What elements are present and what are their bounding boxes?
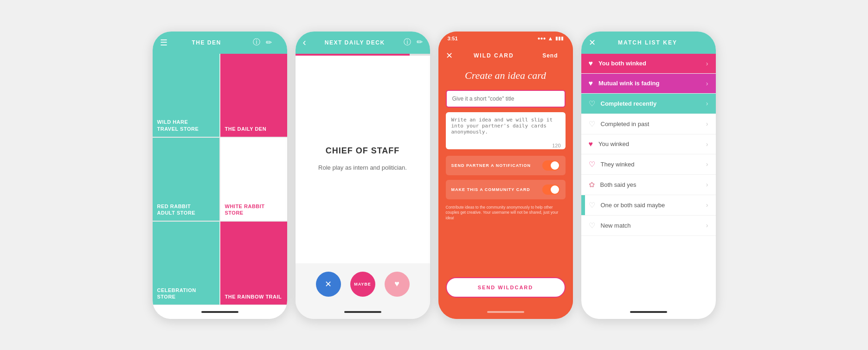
wildcard-close-icon[interactable]: ✕ — [446, 51, 453, 61]
daily-den-label: THE DAILY DEN — [225, 126, 267, 132]
match-label-both-yes: Both said yes — [600, 181, 701, 188]
wifi-icon: ▲ — [548, 35, 553, 42]
match-label-completed-recently: Completed recently — [601, 100, 701, 107]
grid-rainbow[interactable]: THE RAINBOW TRAIL — [220, 222, 287, 305]
den-header: ☰ THE DEN ⓘ ✏ — [153, 32, 287, 54]
info-icon[interactable]: ⓘ — [253, 38, 260, 47]
chevron-1: › — [706, 60, 708, 67]
rainbow-label: THE RAINBOW TRAIL — [225, 293, 282, 300]
chevron-8: › — [706, 201, 708, 209]
grid-red-rabbit[interactable]: RED RABBIT ADULT STORE — [153, 138, 219, 221]
toggle-knob-2 — [551, 185, 559, 194]
chevron-4: › — [706, 120, 708, 127]
wildcard-body-input[interactable] — [446, 112, 566, 149]
match-item-completed-recently[interactable]: ♡ Completed recently › — [581, 94, 716, 114]
community-card-row: MAKE THIS A COMMUNITY CARD — [446, 180, 566, 199]
match-item-maybe[interactable]: ♡ One or both said maybe › — [581, 195, 716, 216]
match-item-completed-past[interactable]: ♡ Completed in past › — [581, 114, 716, 134]
community-card-label: MAKE THIS A COMMUNITY CARD — [451, 187, 530, 192]
wildcard-send-header-btn[interactable]: Send — [535, 45, 565, 66]
wildcard-title-input[interactable] — [446, 90, 566, 108]
reject-button[interactable]: ✕ — [316, 272, 341, 297]
phone-wildcard: 3:51 ●●● ▲ ▮▮▮ ✕ WILD CARD Send Create a… — [438, 32, 573, 319]
store-grid: WILD HARE TRAVEL STORE THE DAILY DEN RED… — [153, 54, 287, 305]
wildcard-bottom-bar — [438, 305, 573, 319]
card-body: Role play as intern and politician. — [318, 163, 407, 172]
red-rabbit-label: RED RABBIT ADULT STORE — [157, 203, 196, 216]
match-label-you-winked: You winked — [598, 140, 701, 147]
chevron-9: › — [706, 222, 708, 229]
chevron-7: › — [706, 181, 708, 188]
phone-match-list: ✕ MATCH LIST KEY ♥ You both winked › ♥ M… — [581, 32, 716, 319]
send-notification-label: SEND PARTNER A NOTIFICATION — [451, 163, 531, 168]
wildcard-heading: Create an idea card — [446, 66, 566, 85]
wildcard-header: ✕ WILD CARD Send — [438, 45, 573, 66]
deck-bottom-bar — [296, 305, 430, 319]
phone-daily-deck: ‹ NEXT DAILY DECK ⓘ ✏ CHIEF OF STAFF Rol… — [296, 32, 430, 319]
wild-hare-label: WILD HARE TRAVEL STORE — [157, 119, 199, 132]
match-heart-icon-4: ♡ — [589, 120, 595, 128]
celebration-label: CELEBRATION STORE — [157, 287, 215, 300]
grid-daily-den[interactable]: THE DAILY DEN — [220, 54, 287, 137]
match-label-mutual-fading: Mutual wink is fading — [598, 80, 701, 87]
grid-celebration[interactable]: CELEBRATION STORE — [153, 222, 219, 305]
send-wildcard-button[interactable]: SEND WILDCARD — [446, 277, 566, 298]
grid-wild-hare[interactable]: WILD HARE TRAVEL STORE — [153, 54, 219, 137]
match-label-new-match: New match — [601, 222, 701, 229]
match-list-bottom-bar — [581, 305, 716, 319]
chevron-2: › — [706, 80, 708, 87]
match-heart-icon-8: ♡ — [589, 201, 595, 210]
status-time: 3:51 — [448, 36, 458, 41]
wildcard-status-bar: 3:51 ●●● ▲ ▮▮▮ — [438, 32, 573, 45]
menu-icon[interactable]: ☰ — [160, 38, 167, 48]
match-item-new-match[interactable]: ♡ New match › — [581, 216, 716, 236]
match-heart-icon-1: ♥ — [589, 59, 593, 68]
card-title: CHIEF OF STAFF — [326, 146, 400, 156]
match-heart-icon-6: ♡ — [589, 160, 595, 169]
match-item-both-yes[interactable]: ✿ Both said yes › — [581, 175, 716, 195]
grid-white-rabbit[interactable]: WHITE RABBIT STORE — [220, 138, 287, 221]
edit-icon[interactable]: ✏ — [266, 38, 272, 47]
battery-icon: ▮▮▮ — [555, 36, 564, 41]
home-bar-4 — [630, 311, 667, 313]
wildcard-title: WILD CARD — [474, 52, 514, 59]
chevron-5: › — [706, 140, 708, 148]
match-icon-7: ✿ — [589, 180, 595, 189]
status-icons: ●●● ▲ ▮▮▮ — [537, 35, 563, 42]
match-item-you-both-winked[interactable]: ♥ You both winked › — [581, 54, 716, 74]
white-rabbit-label: WHITE RABBIT STORE — [225, 203, 283, 216]
deck-header: ‹ NEXT DAILY DECK ⓘ ✏ — [296, 32, 430, 54]
match-heart-icon-9: ♡ — [589, 221, 595, 230]
match-label-they-winked: They winked — [601, 161, 701, 168]
match-heart-icon-2: ♥ — [589, 79, 593, 88]
community-card-toggle[interactable] — [542, 185, 560, 195]
match-heart-icon-5: ♥ — [589, 140, 593, 148]
match-item-they-winked[interactable]: ♡ They winked › — [581, 154, 716, 175]
den-bottom-bar — [153, 305, 287, 319]
wildcard-content: Create an idea card 120 SEND PARTNER A N… — [438, 66, 573, 305]
den-title: THE DEN — [184, 32, 228, 54]
deck-info-icon[interactable]: ⓘ — [404, 38, 411, 47]
match-heart-icon-3: ♡ — [589, 99, 595, 108]
maybe-button[interactable]: MAYBE — [350, 272, 375, 297]
match-item-you-winked[interactable]: ♥ You winked › — [581, 134, 716, 154]
deck-footer: ✕ MAYBE ♥ — [296, 263, 430, 305]
match-list-header: ✕ MATCH LIST KEY — [581, 32, 716, 54]
deck-header-icons: ⓘ ✏ — [404, 38, 423, 47]
chevron-6: › — [706, 160, 708, 168]
teal-left-marker — [581, 195, 585, 215]
match-list-title: MATCH LIST KEY — [618, 39, 677, 46]
chevron-3: › — [706, 100, 708, 107]
char-count: 120 — [552, 143, 560, 148]
like-button[interactable]: ♥ — [385, 272, 410, 297]
deck-edit-icon[interactable]: ✏ — [417, 38, 423, 47]
match-label-you-both-winked: You both winked — [598, 60, 701, 67]
match-list-items: ♥ You both winked › ♥ Mutual wink is fad… — [581, 54, 716, 305]
deck-card: CHIEF OF STAFF Role play as intern and p… — [296, 56, 430, 263]
back-icon[interactable]: ‹ — [303, 37, 306, 49]
deck-title: NEXT DAILY DECK — [325, 39, 385, 46]
match-item-mutual-fading[interactable]: ♥ Mutual wink is fading › — [581, 74, 716, 94]
send-notification-toggle[interactable] — [542, 160, 560, 171]
match-list-close-icon[interactable]: ✕ — [589, 38, 596, 48]
home-bar — [201, 311, 238, 313]
